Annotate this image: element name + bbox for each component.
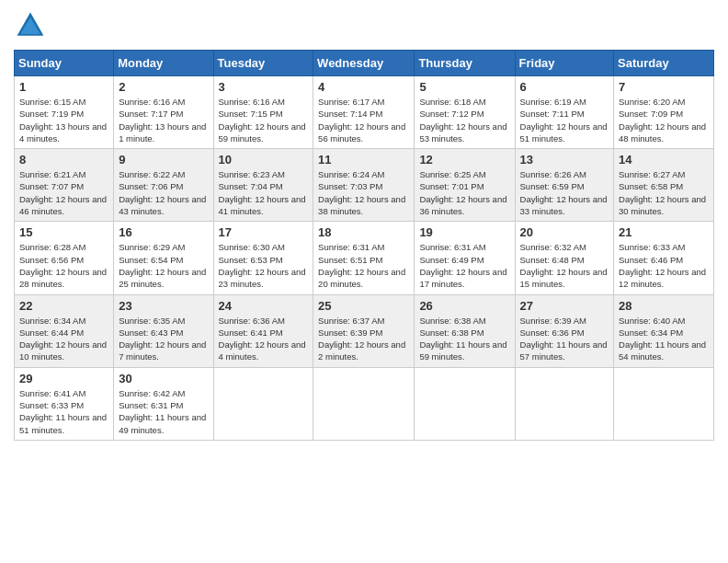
day-number: 20: [520, 225, 609, 239]
calendar-cell: 8 Sunrise: 6:21 AMSunset: 7:07 PMDayligh…: [15, 149, 114, 222]
col-header-tuesday: Tuesday: [213, 51, 313, 76]
day-info: Sunrise: 6:41 AMSunset: 6:33 PMDaylight:…: [19, 387, 108, 436]
calendar-cell: 17 Sunrise: 6:30 AMSunset: 6:53 PMDaylig…: [213, 222, 313, 294]
col-header-saturday: Saturday: [614, 51, 714, 76]
day-info: Sunrise: 6:24 AMSunset: 7:03 PMDaylight:…: [318, 168, 409, 217]
calendar-cell: 24 Sunrise: 6:36 AMSunset: 6:41 PMDaylig…: [213, 294, 313, 367]
day-number: 24: [219, 299, 309, 313]
day-number: 4: [318, 80, 409, 94]
day-info: Sunrise: 6:25 AMSunset: 7:01 PMDaylight:…: [419, 168, 509, 217]
day-info: Sunrise: 6:30 AMSunset: 6:53 PMDaylight:…: [219, 241, 309, 290]
day-number: 12: [419, 153, 509, 167]
col-header-wednesday: Wednesday: [313, 51, 415, 76]
day-info: Sunrise: 6:42 AMSunset: 6:31 PMDaylight:…: [119, 387, 208, 436]
calendar-cell: [213, 367, 313, 440]
col-header-monday: Monday: [114, 51, 213, 76]
day-info: Sunrise: 6:33 AMSunset: 6:46 PMDaylight:…: [619, 241, 709, 290]
week-row-3: 15 Sunrise: 6:28 AMSunset: 6:56 PMDaylig…: [15, 222, 714, 294]
day-info: Sunrise: 6:40 AMSunset: 6:34 PMDaylight:…: [619, 315, 709, 363]
calendar-cell: 20 Sunrise: 6:32 AMSunset: 6:48 PMDaylig…: [515, 222, 614, 294]
calendar-cell: 14 Sunrise: 6:27 AMSunset: 6:58 PMDaylig…: [614, 149, 714, 222]
day-info: Sunrise: 6:22 AMSunset: 7:06 PMDaylight:…: [119, 168, 208, 217]
day-info: Sunrise: 6:28 AMSunset: 6:56 PMDaylight:…: [19, 241, 108, 290]
day-number: 23: [119, 299, 208, 313]
day-info: Sunrise: 6:36 AMSunset: 6:41 PMDaylight:…: [219, 315, 309, 363]
day-number: 16: [119, 225, 208, 239]
calendar-cell: 13 Sunrise: 6:26 AMSunset: 6:59 PMDaylig…: [515, 149, 614, 222]
calendar-cell: 16 Sunrise: 6:29 AMSunset: 6:54 PMDaylig…: [114, 222, 213, 294]
day-number: 11: [318, 153, 409, 167]
logo-icon: [14, 9, 47, 42]
day-number: 27: [520, 299, 609, 313]
page: SundayMondayTuesdayWednesdayThursdayFrid…: [0, 0, 728, 563]
day-number: 7: [619, 80, 709, 94]
calendar-cell: 1 Sunrise: 6:15 AMSunset: 7:19 PMDayligh…: [15, 76, 114, 149]
day-info: Sunrise: 6:15 AMSunset: 7:19 PMDaylight:…: [19, 96, 108, 144]
day-number: 26: [419, 299, 509, 313]
day-number: 30: [119, 372, 208, 385]
week-row-5: 29 Sunrise: 6:41 AMSunset: 6:33 PMDaylig…: [15, 367, 714, 440]
calendar-cell: 6 Sunrise: 6:19 AMSunset: 7:11 PMDayligh…: [515, 76, 614, 149]
day-number: 21: [619, 225, 709, 239]
calendar-cell: 22 Sunrise: 6:34 AMSunset: 6:44 PMDaylig…: [15, 294, 114, 367]
day-info: Sunrise: 6:38 AMSunset: 6:38 PMDaylight:…: [419, 315, 509, 363]
calendar: SundayMondayTuesdayWednesdayThursdayFrid…: [14, 50, 714, 441]
calendar-cell: 4 Sunrise: 6:17 AMSunset: 7:14 PMDayligh…: [313, 76, 415, 149]
day-number: 1: [19, 80, 108, 94]
calendar-cell: [415, 367, 515, 440]
day-info: Sunrise: 6:32 AMSunset: 6:48 PMDaylight:…: [520, 241, 609, 290]
calendar-cell: 15 Sunrise: 6:28 AMSunset: 6:56 PMDaylig…: [15, 222, 114, 294]
calendar-cell: 12 Sunrise: 6:25 AMSunset: 7:01 PMDaylig…: [415, 149, 515, 222]
calendar-cell: 19 Sunrise: 6:31 AMSunset: 6:49 PMDaylig…: [415, 222, 515, 294]
calendar-cell: 9 Sunrise: 6:22 AMSunset: 7:06 PMDayligh…: [114, 149, 213, 222]
day-info: Sunrise: 6:31 AMSunset: 6:51 PMDaylight:…: [318, 241, 409, 290]
day-info: Sunrise: 6:39 AMSunset: 6:36 PMDaylight:…: [520, 315, 609, 363]
week-row-1: 1 Sunrise: 6:15 AMSunset: 7:19 PMDayligh…: [15, 76, 714, 149]
calendar-cell: 3 Sunrise: 6:16 AMSunset: 7:15 PMDayligh…: [213, 76, 313, 149]
calendar-cell: 23 Sunrise: 6:35 AMSunset: 6:43 PMDaylig…: [114, 294, 213, 367]
col-header-friday: Friday: [515, 51, 614, 76]
calendar-cell: 21 Sunrise: 6:33 AMSunset: 6:46 PMDaylig…: [614, 222, 714, 294]
day-number: 22: [19, 299, 108, 313]
header: [14, 9, 714, 42]
day-info: Sunrise: 6:16 AMSunset: 7:17 PMDaylight:…: [119, 96, 208, 144]
day-info: Sunrise: 6:18 AMSunset: 7:12 PMDaylight:…: [419, 96, 509, 144]
day-number: 25: [318, 299, 409, 313]
logo: [14, 9, 51, 42]
calendar-cell: 30 Sunrise: 6:42 AMSunset: 6:31 PMDaylig…: [114, 367, 213, 440]
calendar-cell: 11 Sunrise: 6:24 AMSunset: 7:03 PMDaylig…: [313, 149, 415, 222]
calendar-cell: 26 Sunrise: 6:38 AMSunset: 6:38 PMDaylig…: [415, 294, 515, 367]
calendar-cell: 7 Sunrise: 6:20 AMSunset: 7:09 PMDayligh…: [614, 76, 714, 149]
day-number: 19: [419, 225, 509, 239]
day-number: 28: [619, 299, 709, 313]
calendar-cell: [313, 367, 415, 440]
day-number: 2: [119, 80, 208, 94]
day-number: 5: [419, 80, 509, 94]
day-info: Sunrise: 6:31 AMSunset: 6:49 PMDaylight:…: [419, 241, 509, 290]
day-info: Sunrise: 6:23 AMSunset: 7:04 PMDaylight:…: [219, 168, 309, 217]
calendar-cell: 2 Sunrise: 6:16 AMSunset: 7:17 PMDayligh…: [114, 76, 213, 149]
calendar-cell: 5 Sunrise: 6:18 AMSunset: 7:12 PMDayligh…: [415, 76, 515, 149]
day-info: Sunrise: 6:20 AMSunset: 7:09 PMDaylight:…: [619, 96, 709, 144]
day-info: Sunrise: 6:19 AMSunset: 7:11 PMDaylight:…: [520, 96, 609, 144]
calendar-cell: [614, 367, 714, 440]
day-info: Sunrise: 6:16 AMSunset: 7:15 PMDaylight:…: [219, 96, 309, 144]
calendar-body: 1 Sunrise: 6:15 AMSunset: 7:19 PMDayligh…: [15, 76, 714, 441]
week-row-4: 22 Sunrise: 6:34 AMSunset: 6:44 PMDaylig…: [15, 294, 714, 367]
day-number: 10: [219, 153, 309, 167]
calendar-cell: 18 Sunrise: 6:31 AMSunset: 6:51 PMDaylig…: [313, 222, 415, 294]
day-info: Sunrise: 6:34 AMSunset: 6:44 PMDaylight:…: [19, 315, 108, 363]
day-number: 18: [318, 225, 409, 239]
day-info: Sunrise: 6:26 AMSunset: 6:59 PMDaylight:…: [520, 168, 609, 217]
day-info: Sunrise: 6:35 AMSunset: 6:43 PMDaylight:…: [119, 315, 208, 363]
week-row-2: 8 Sunrise: 6:21 AMSunset: 7:07 PMDayligh…: [15, 149, 714, 222]
day-info: Sunrise: 6:37 AMSunset: 6:39 PMDaylight:…: [318, 315, 409, 363]
day-number: 17: [219, 225, 309, 239]
day-number: 13: [520, 153, 609, 167]
col-header-sunday: Sunday: [15, 51, 114, 76]
day-number: 3: [219, 80, 309, 94]
calendar-cell: 29 Sunrise: 6:41 AMSunset: 6:33 PMDaylig…: [15, 367, 114, 440]
day-number: 15: [19, 225, 108, 239]
calendar-cell: 10 Sunrise: 6:23 AMSunset: 7:04 PMDaylig…: [213, 149, 313, 222]
day-info: Sunrise: 6:21 AMSunset: 7:07 PMDaylight:…: [19, 168, 108, 217]
